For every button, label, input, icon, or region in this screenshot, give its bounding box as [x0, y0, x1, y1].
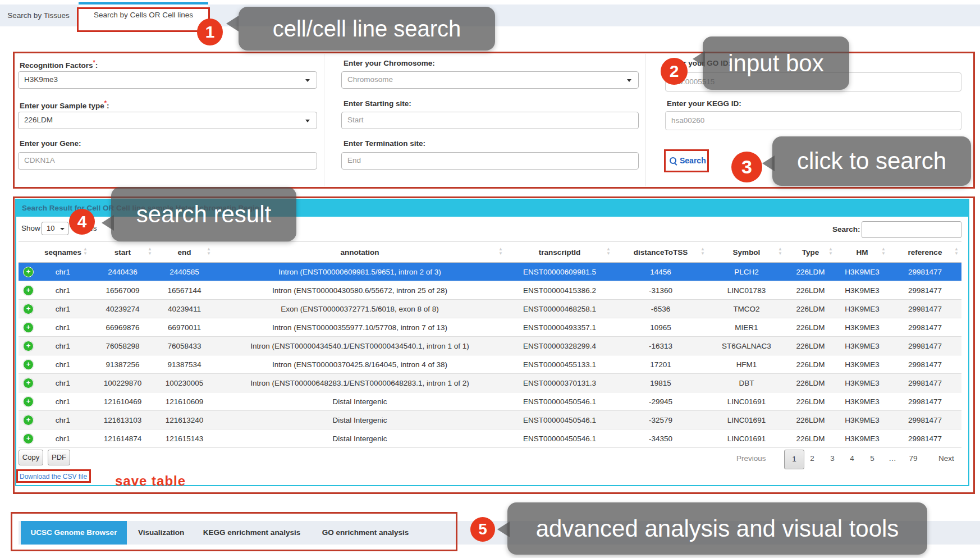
expand-row-icon[interactable]: +	[23, 285, 34, 296]
expand-row-cell[interactable]: +	[19, 392, 35, 411]
table-row[interactable]: +chr1100229870100230005Intron (ENST00000…	[19, 374, 961, 392]
table-cell: Intron (ENST00000370425.8/164045, intron…	[214, 355, 506, 374]
expand-row-icon[interactable]: +	[23, 378, 34, 388]
table-row[interactable]: +chr19138725691387534Intron (ENST0000037…	[19, 355, 961, 374]
column-header-transcriptId[interactable]: transcriptId▲▼	[506, 242, 613, 263]
save-table-annotation: save table	[115, 473, 186, 489]
column-header-start[interactable]: start▲▼	[90, 242, 155, 263]
column-header-Symbol[interactable]: Symbol▲▼	[708, 242, 785, 263]
table-search-input[interactable]	[862, 221, 961, 238]
column-header-distanceToTSS[interactable]: distanceToTSS▲▼	[613, 242, 708, 263]
expand-row-cell[interactable]: +	[19, 337, 35, 355]
page-length-select[interactable]: 10	[42, 222, 68, 235]
gene-input[interactable]: CDKN1A	[18, 152, 317, 170]
sort-icon: ▲▼	[498, 247, 503, 256]
table-cell: ENST00000493357.1	[506, 318, 613, 337]
expand-row-cell[interactable]: +	[19, 318, 35, 337]
table-cell: Exon (ENST00000372771.5/6018, exon 8 of …	[214, 300, 506, 318]
sort-icon: ▲▼	[881, 247, 886, 256]
column-header-Type[interactable]: Type▲▼	[785, 242, 836, 263]
pagination-page-4[interactable]: 4	[844, 454, 860, 463]
table-row[interactable]: +chr1121614874121615143Distal Intergenic…	[19, 429, 961, 448]
expand-row-icon[interactable]: +	[23, 267, 34, 277]
pagination-page-1[interactable]: 1	[784, 450, 804, 469]
column-header-reference[interactable]: reference▲▼	[889, 242, 961, 263]
expand-row-cell[interactable]: +	[19, 300, 35, 318]
table-cell: 226LDM	[785, 263, 836, 281]
expand-row-cell[interactable]: +	[19, 355, 35, 374]
table-cell: 121613240	[155, 411, 214, 429]
column-header-annotation[interactable]: annotation▲▼	[214, 242, 506, 263]
form-divider-1	[324, 54, 324, 186]
table-cell: -32579	[613, 411, 708, 429]
kegg-id-input[interactable]: hsa00260	[665, 111, 961, 130]
pagination-page-2[interactable]: 2	[804, 454, 820, 463]
table-row[interactable]: +chr1121613103121613240Distal Intergenic…	[19, 411, 961, 429]
expand-row-icon[interactable]: +	[23, 341, 34, 351]
pagination-page-5[interactable]: 5	[864, 454, 880, 463]
table-row[interactable]: +chr16696987666970011Intron (ENST0000035…	[19, 318, 961, 337]
table-row[interactable]: +chr124404362440585Intron (ENST000006099…	[19, 263, 961, 281]
annotation-bubble-2: input box	[703, 36, 849, 90]
annotation-bubble-5: advanced analysis and visual tools	[507, 502, 927, 555]
table-cell: ENST00000450546.1	[506, 411, 613, 429]
expand-row-icon[interactable]: +	[23, 359, 34, 370]
expand-row-icon[interactable]: +	[23, 396, 34, 407]
table-cell: LINC01691	[708, 411, 785, 429]
table-cell: H3K9ME3	[836, 392, 889, 411]
table-cell: Distal Intergenic	[214, 411, 506, 429]
column-header-end[interactable]: end▲▼	[155, 242, 214, 263]
table-row[interactable]: +chr14023927440239411Exon (ENST000003727…	[19, 300, 961, 318]
table-cell: H3K9ME3	[836, 374, 889, 392]
table-cell: ENST00000415386.2	[506, 281, 613, 300]
chevron-down-icon	[305, 79, 310, 82]
table-cell: 16567144	[155, 281, 214, 300]
table-cell: -31360	[613, 281, 708, 300]
table-header-row: seqnames▲▼start▲▼end▲▼annotation▲▼transc…	[19, 242, 961, 263]
termination-site-input[interactable]: End	[341, 152, 639, 170]
table-row[interactable]: +chr1121610469121610609Distal Intergenic…	[19, 392, 961, 411]
expand-row-cell[interactable]: +	[19, 429, 35, 448]
sample-type-select[interactable]: 226LDM	[18, 112, 317, 129]
table-cell: H3K9ME3	[836, 318, 889, 337]
expand-row-icon[interactable]: +	[23, 433, 34, 444]
table-cell: 121615143	[155, 429, 214, 448]
copy-button[interactable]: Copy	[19, 450, 43, 465]
start-site-input[interactable]: Start	[341, 112, 639, 129]
table-cell: HFM1	[708, 355, 785, 374]
table-cell: chr1	[35, 355, 90, 374]
chromosome-select[interactable]: Chromosome	[341, 71, 639, 89]
column-header-seqnames[interactable]: seqnames▲▼	[35, 242, 90, 263]
table-cell: 2440436	[90, 263, 155, 281]
table-cell: 91387256	[90, 355, 155, 374]
sort-icon: ▲▼	[778, 247, 782, 256]
pagination-previous[interactable]: Previous	[736, 454, 766, 463]
pagination-page-79[interactable]: 79	[904, 454, 922, 463]
table-cell: chr1	[35, 374, 90, 392]
expand-row-icon[interactable]: +	[23, 304, 34, 314]
column-header-expand	[19, 242, 35, 263]
recognition-factors-label: Recognition Factors*:	[20, 59, 98, 70]
expand-row-cell[interactable]: +	[19, 263, 35, 281]
table-cell: chr1	[35, 337, 90, 355]
expand-row-cell[interactable]: +	[19, 281, 35, 300]
pdf-button[interactable]: PDF	[48, 450, 70, 465]
recognition-factors-select[interactable]: H3K9me3	[18, 71, 317, 89]
form-divider-2	[645, 54, 646, 186]
pagination-next[interactable]: Next	[934, 454, 959, 463]
table-cell: LINC01691	[708, 429, 785, 448]
pagination-page-3[interactable]: 3	[825, 454, 840, 463]
expand-row-cell[interactable]: +	[19, 374, 35, 392]
table-row[interactable]: +chr11656700916567144Intron (ENST0000043…	[19, 281, 961, 300]
table-cell: DBT	[708, 374, 785, 392]
table-cell: 226LDM	[785, 281, 836, 300]
table-cell: 100230005	[155, 374, 214, 392]
expand-row-icon[interactable]: +	[23, 415, 34, 426]
table-cell: 100229870	[90, 374, 155, 392]
table-row[interactable]: +chr17605829876058433Intron (ENST0000043…	[19, 337, 961, 355]
column-header-HM[interactable]: HM▲▼	[836, 242, 889, 263]
expand-row-icon[interactable]: +	[23, 322, 34, 333]
tab-search-by-tissues[interactable]: Search by Tissues	[0, 4, 77, 26]
chevron-down-icon	[60, 228, 65, 230]
expand-row-cell[interactable]: +	[19, 411, 35, 429]
